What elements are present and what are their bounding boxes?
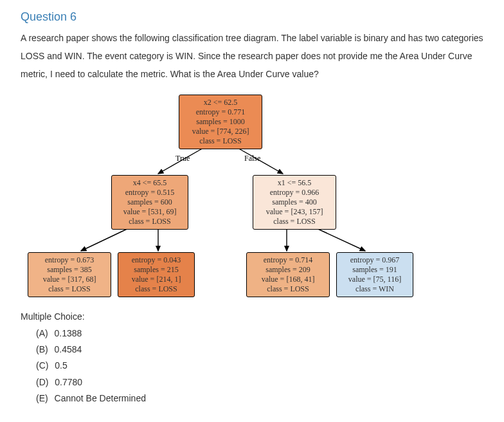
node-line: class = LOSS	[129, 217, 170, 226]
tree-leaf-rl: entropy = 0.714 samples = 209 value = [1…	[246, 252, 330, 297]
tree-leaf-lr: entropy = 0.043 samples = 215 value = [2…	[118, 252, 195, 297]
node-line: class = WIN	[356, 284, 394, 293]
node-line: samples = 191	[352, 265, 397, 274]
mc-text: 0.5	[55, 360, 67, 371]
tree-node-left: x4 <= 65.5 entropy = 0.515 samples = 600…	[111, 175, 188, 230]
mc-option-e[interactable]: (E) Cannot Be Determined	[36, 390, 483, 407]
mc-option-d[interactable]: (D) 0.7780	[36, 374, 483, 390]
tree-diagram: True False x2 <= 62.5 entropy = 0.771 sa…	[18, 95, 468, 310]
node-line: class = LOSS	[273, 217, 315, 226]
node-line: entropy = 0.043	[132, 255, 181, 264]
node-line: value = [75, 116]	[348, 275, 401, 284]
node-line: class = LOSS	[135, 284, 177, 293]
mc-list: (A) 0.1388 (B) 0.4584 (C) 0.5 (D) 0.7780…	[21, 326, 483, 407]
node-line: samples = 400	[272, 197, 316, 206]
mc-key: (A)	[36, 328, 48, 338]
mc-key: (E)	[36, 393, 48, 403]
node-line: class = LOSS	[199, 136, 241, 145]
node-line: entropy = 0.515	[125, 188, 174, 197]
mc-heading: Multiple Choice:	[21, 311, 483, 322]
node-line: entropy = 0.714	[264, 255, 312, 264]
node-line: class = LOSS	[267, 284, 309, 293]
node-line: value = [243, 157]	[266, 207, 323, 216]
question-title: Question 6	[21, 10, 483, 24]
node-line: value = [214, 1]	[132, 275, 181, 284]
mc-key: (C)	[36, 360, 48, 371]
node-line: samples = 209	[266, 265, 310, 274]
edge-label-true: True	[176, 154, 190, 163]
node-line: value = [317, 68]	[43, 275, 96, 284]
node-line: x1 <= 56.5	[278, 178, 312, 187]
node-line: value = [531, 69]	[123, 207, 177, 216]
mc-text: Cannot Be Determined	[55, 393, 146, 403]
node-line: samples = 215	[134, 265, 178, 274]
svg-line-2	[81, 226, 132, 251]
node-line: x4 <= 65.5	[133, 178, 167, 187]
tree-node-right: x1 <= 56.5 entropy = 0.966 samples = 400…	[253, 175, 336, 230]
edge-label-false: False	[244, 154, 260, 163]
node-line: class = LOSS	[48, 284, 90, 293]
node-line: samples = 1000	[196, 117, 244, 126]
node-line: samples = 600	[127, 197, 172, 206]
mc-text: 0.1388	[55, 328, 82, 338]
node-line: samples = 385	[47, 265, 91, 274]
mc-option-b[interactable]: (B) 0.4584	[36, 342, 483, 358]
mc-option-a[interactable]: (A) 0.1388	[36, 326, 483, 342]
mc-key: (B)	[36, 344, 48, 354]
node-line: value = [168, 41]	[262, 275, 315, 284]
tree-leaf-ll: entropy = 0.673 samples = 385 value = [3…	[28, 252, 111, 297]
mc-text: 0.4584	[55, 344, 82, 354]
tree-leaf-rr: entropy = 0.967 samples = 191 value = [7…	[336, 252, 413, 297]
node-line: entropy = 0.673	[45, 255, 94, 264]
mc-key: (D)	[36, 377, 48, 387]
question-body: A research paper shows the following cla…	[21, 29, 483, 83]
node-line: entropy = 0.967	[350, 255, 399, 264]
mc-text: 0.7780	[55, 377, 82, 387]
node-line: entropy = 0.771	[196, 107, 245, 116]
mc-option-c[interactable]: (C) 0.5	[36, 358, 483, 374]
tree-node-root: x2 <= 62.5 entropy = 0.771 samples = 100…	[179, 95, 262, 149]
node-line: value = [774, 226]	[192, 127, 249, 136]
node-line: x2 <= 62.5	[204, 98, 238, 107]
svg-line-5	[312, 226, 365, 251]
node-line: entropy = 0.966	[270, 188, 319, 197]
